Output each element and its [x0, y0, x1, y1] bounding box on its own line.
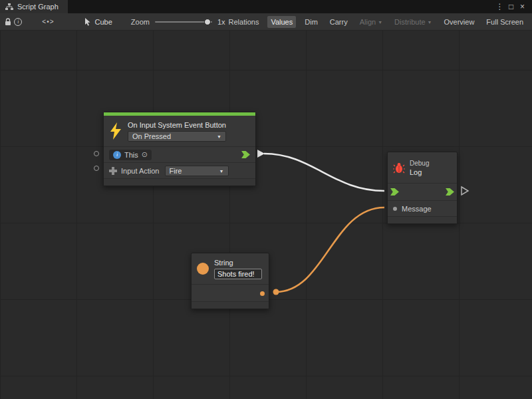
zoom-slider-knob[interactable]: [204, 19, 211, 25]
tab-script-graph[interactable]: Script Graph: [0, 0, 68, 13]
value-connection-wire[interactable]: [276, 207, 384, 292]
message-label: Message: [402, 205, 432, 213]
code-left-glyph: <: [42, 18, 46, 25]
window-titlebar: Script Graph ⋮ □ ×: [0, 0, 532, 13]
event-input-port[interactable]: [94, 151, 99, 156]
info-letter: i: [17, 19, 19, 25]
this-object-field[interactable]: i This ⊙: [109, 150, 152, 160]
event-node-title: On Input System Event Button: [128, 121, 226, 129]
chevron-down-icon: ▼: [428, 20, 432, 25]
string-node-header[interactable]: String: [192, 253, 269, 284]
graph-toolbar: i < • > Cube Zoom 1x Relations Values Di…: [0, 13, 532, 31]
overview-button[interactable]: Overview: [441, 16, 478, 28]
chevron-down-icon: ▼: [378, 20, 382, 25]
debug-node-footer: [388, 216, 457, 223]
lock-icon[interactable]: [3, 13, 13, 30]
target-name-label: Cube: [95, 18, 112, 26]
zoom-slider[interactable]: [155, 13, 212, 30]
distribute-dropdown-button[interactable]: Distribute ▼: [391, 16, 435, 28]
flow-connection-wire[interactable]: [264, 154, 384, 191]
message-input-port[interactable]: [393, 207, 397, 211]
string-node-footer: [192, 301, 269, 309]
graph-canvas[interactable]: On Input System Event Button On Pressed …: [0, 31, 532, 399]
code-dot-glyph: •: [47, 18, 49, 25]
zoom-value: 1x: [217, 18, 225, 26]
string-value-input[interactable]: [214, 269, 262, 279]
tab-title: Script Graph: [17, 3, 59, 11]
this-label: This: [124, 151, 138, 159]
event-input-port[interactable]: [94, 166, 99, 171]
dim-button[interactable]: Dim: [301, 16, 321, 28]
string-output-row: [192, 284, 269, 301]
info-icon[interactable]: i: [13, 13, 24, 30]
message-row: Message: [388, 200, 457, 216]
toolbar-right-group: Relations Values Dim Carry Align ▼ Distr…: [225, 16, 532, 28]
debug-flow-output-arrow[interactable]: [462, 187, 468, 195]
chevron-down-icon: ▼: [219, 169, 224, 174]
debug-flow-ports-row: [388, 183, 457, 200]
debug-node-title: Log: [410, 168, 429, 176]
carry-button[interactable]: Carry: [327, 16, 351, 28]
relations-button[interactable]: Relations: [225, 16, 263, 28]
window-controls: ⋮ □ ×: [494, 0, 532, 13]
input-action-icon: [109, 167, 117, 175]
value-wire-start-dot: [273, 289, 279, 295]
string-output-port[interactable]: [260, 291, 265, 296]
debug-flow-output-port[interactable]: [446, 188, 454, 196]
align-dropdown-button[interactable]: Align ▼: [356, 16, 386, 28]
window-maximize-icon[interactable]: □: [505, 0, 517, 13]
code-right-glyph: >: [50, 18, 54, 25]
cursor-icon: [84, 18, 92, 26]
chevron-down-icon: ▼: [217, 134, 221, 139]
zoom-label: Zoom: [131, 18, 150, 26]
this-icon: i: [113, 151, 121, 159]
graph-target-button[interactable]: Cube: [84, 18, 112, 26]
bug-icon: [393, 162, 405, 174]
node-on-input-system-event-button[interactable]: On Input System Event Button On Pressed …: [103, 112, 256, 186]
event-node-footer: [104, 178, 255, 186]
debug-node-header[interactable]: Debug Log: [388, 152, 457, 183]
this-row: i This ⊙: [104, 146, 255, 162]
node-string-literal[interactable]: String: [191, 253, 269, 309]
event-mode-dropdown[interactable]: On Pressed ▼: [128, 131, 226, 142]
event-node-header[interactable]: On Input System Event Button On Pressed …: [104, 116, 255, 146]
string-node-title: String: [214, 259, 262, 267]
input-action-row: Input Action Fire ▼: [104, 162, 255, 178]
graph-icon: [5, 3, 13, 11]
flow-wire-start-arrow: [257, 150, 265, 158]
values-button[interactable]: Values: [267, 16, 296, 28]
input-action-label: Input Action: [121, 167, 160, 175]
debug-category-label: Debug: [410, 160, 429, 167]
window-menu-icon[interactable]: ⋮: [494, 0, 505, 13]
node-debug-log[interactable]: Debug Log Message: [387, 152, 458, 224]
event-flow-output-port[interactable]: [241, 151, 250, 158]
window-close-icon[interactable]: ×: [517, 0, 528, 13]
full-screen-button[interactable]: Full Screen: [483, 16, 527, 28]
input-action-dropdown[interactable]: Fire ▼: [165, 166, 229, 176]
code-preview-icon[interactable]: < • >: [42, 18, 53, 25]
string-type-icon: [197, 263, 209, 275]
object-picker-icon[interactable]: ⊙: [142, 151, 148, 158]
lightning-icon: [109, 122, 122, 140]
debug-flow-input-port[interactable]: [390, 188, 399, 196]
